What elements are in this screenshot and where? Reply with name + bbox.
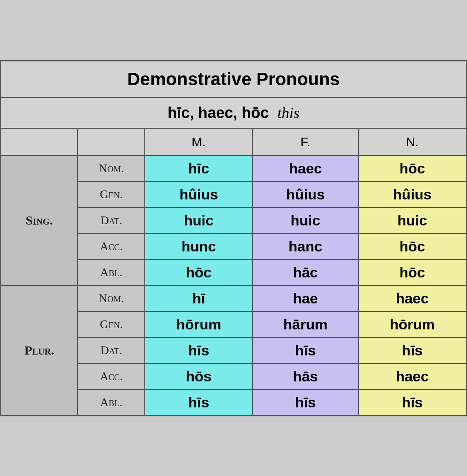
plur-acc-m: hōs xyxy=(145,363,252,389)
header-blank2 xyxy=(77,128,145,156)
plur-acc-case: Acc. xyxy=(77,363,145,389)
plur-dat-m: hīs xyxy=(145,338,252,363)
plur-nom-m: hī xyxy=(145,286,252,312)
sing-acc-m: hunc xyxy=(145,234,252,260)
sing-nom-f: haec xyxy=(252,156,358,182)
plur-abl-n: hīs xyxy=(358,389,467,416)
plur-gen-m: hōrum xyxy=(145,312,252,338)
title-row: Demonstrative Pronouns xyxy=(1,61,467,98)
sing-acc-f: hanc xyxy=(252,234,358,260)
sing-dat-case: Dat. xyxy=(77,208,145,234)
header-f: F. xyxy=(252,128,358,156)
sing-nom-n: hōc xyxy=(358,156,467,182)
plur-nom-case: Nom. xyxy=(77,286,145,312)
plur-nom-row: Plur. Nom. hī hae haec xyxy=(1,286,467,312)
sing-acc-n: hōc xyxy=(358,234,467,260)
plur-acc-f: hās xyxy=(252,363,358,389)
sing-gen-n: hûius xyxy=(358,182,467,208)
header-m: M. xyxy=(145,128,252,156)
plur-dat-case: Dat. xyxy=(77,338,145,363)
plur-nom-f: hae xyxy=(252,286,358,312)
table-title: Demonstrative Pronouns xyxy=(1,61,467,98)
header-row: M. F. N. xyxy=(1,128,467,156)
sing-label: Sing. xyxy=(1,156,78,286)
sing-gen-case: Gen. xyxy=(77,182,145,208)
sing-abl-n: hōc xyxy=(358,260,467,286)
plur-acc-n: haec xyxy=(358,363,467,389)
sing-nom-row: Sing. Nom. hīc haec hōc xyxy=(1,156,467,182)
plur-gen-f: hārum xyxy=(252,312,358,338)
sing-abl-case: Abl. xyxy=(77,260,145,286)
plur-nom-n: haec xyxy=(358,286,467,312)
subtitle-normal: hīc, haec, hōc xyxy=(167,104,269,121)
header-n: N. xyxy=(358,128,467,156)
main-table: Demonstrative Pronouns hīc, haec, hōc th… xyxy=(0,60,467,416)
plur-label: Plur. xyxy=(1,286,78,416)
plur-dat-f: hīs xyxy=(252,338,358,363)
sing-acc-case: Acc. xyxy=(77,234,145,260)
plur-gen-n: hōrum xyxy=(358,312,467,338)
plur-abl-case: Abl. xyxy=(77,389,145,416)
plur-gen-case: Gen. xyxy=(77,312,145,338)
table-subtitle: hīc, haec, hōc this xyxy=(1,98,467,128)
sing-dat-f: huic xyxy=(252,208,358,234)
sing-nom-m: hīc xyxy=(145,156,252,182)
header-blank1 xyxy=(1,128,78,156)
sing-abl-f: hāc xyxy=(252,260,358,286)
sing-gen-m: hûius xyxy=(145,182,252,208)
plur-dat-n: hīs xyxy=(358,338,467,363)
subtitle-italic: this xyxy=(278,104,300,121)
sing-gen-f: hûius xyxy=(252,182,358,208)
sing-abl-m: hōc xyxy=(145,260,252,286)
plur-abl-m: hīs xyxy=(145,389,252,416)
subtitle-row: hīc, haec, hōc this xyxy=(1,98,467,128)
sing-dat-m: huic xyxy=(145,208,252,234)
sing-dat-n: huic xyxy=(358,208,467,234)
plur-abl-f: hīs xyxy=(252,389,358,416)
sing-nom-case: Nom. xyxy=(77,156,145,182)
